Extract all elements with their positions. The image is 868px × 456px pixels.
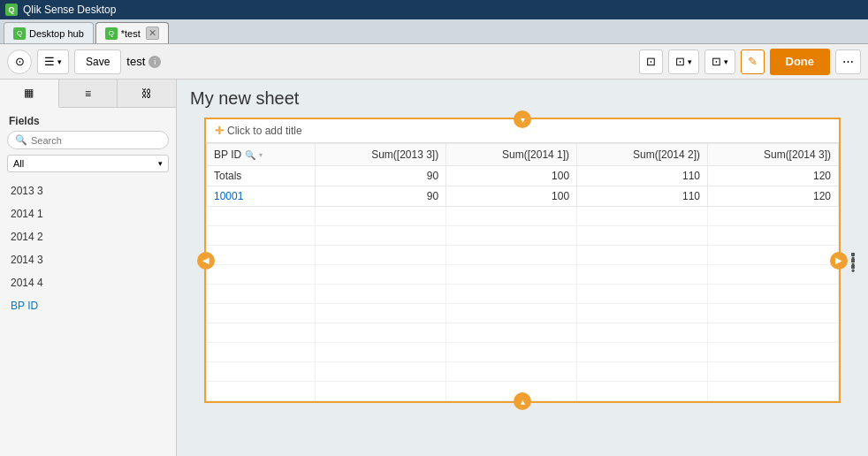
table-row-1: 10001 90 100 110 120 [207,186,839,207]
row1-bpid: 10001 [207,186,316,207]
sidebar-tab-links[interactable]: ⛓ [118,80,176,107]
menu-icon: ☰ [44,55,55,68]
tab-hub-icon: Q [13,27,26,40]
resize-handle-left[interactable]: ◀ [197,252,215,270]
row1-sum2014-3: 120 [708,186,839,207]
dot1: • [851,253,855,256]
widget-container: ▾ ✛ Click to add title ◀ ▶ BP ID [204,118,841,403]
filter-icon-bpid: ▾ [259,151,263,159]
screenshot-icon: ⊡ [646,55,656,68]
add-title-label: Click to add title [227,125,302,137]
bookmark-button[interactable]: ⊡ ▾ [704,49,735,74]
sidebar-tab-sheets[interactable]: ≡ [59,80,118,107]
table-row-empty [207,207,839,226]
monitor-icon: ⊡ [675,55,685,68]
col-header-sum2014-1[interactable]: Sum([2014 1]) [446,144,577,166]
dot2: • [851,259,855,262]
table-row-empty [207,265,839,285]
back-icon: ⊙ [15,55,25,68]
more-icon: ⋯ [842,55,854,68]
menu-chevron: ▾ [57,57,62,66]
tab-bar: Q Desktop hub Q *test ✕ [0,19,868,44]
col-header-sum2014-2[interactable]: Sum([2014 2]) [577,144,708,166]
title-bar: Q Qlik Sense Desktop [0,0,868,19]
screenshot-button[interactable]: ⊡ [639,49,663,74]
dot3: • [851,265,855,269]
sheets-icon: ≡ [85,87,91,100]
table-row-totals: Totals 90 100 110 120 [207,166,839,186]
title-bar-text: Qlik Sense Desktop [23,4,116,16]
search-icon: 🔍 [15,134,27,146]
table-row-empty [207,323,839,343]
monitor-chevron: ▾ [688,57,692,66]
totals-sum2013-3: 90 [316,166,446,186]
app-title-area: test i [126,55,161,68]
sort-icon-bpid: 🔍 [245,150,255,160]
tab-test[interactable]: Q *test ✕ [95,22,169,43]
col-header-sum2014-3[interactable]: Sum([2014 3]) [708,144,839,166]
monitor-button[interactable]: ⊡ ▾ [668,49,699,74]
totals-sum2014-3: 120 [708,166,839,186]
field-item-2014-4[interactable]: 2014 4 [0,271,176,294]
search-box: 🔍 [7,131,169,149]
bookmark-chevron: ▾ [724,57,728,66]
filter-value: All [13,158,24,169]
info-icon: i [148,56,161,68]
save-button[interactable]: Save [74,49,121,74]
filter-dropdown[interactable]: All ▾ [7,155,169,172]
tab-hub-label: Desktop hub [29,28,84,39]
app-title-text: test [126,55,145,68]
field-item-2013-3[interactable]: 2013 3 [0,179,176,202]
bookmark-icon: ⊡ [712,55,721,68]
row1-sum2013-3: 90 [316,186,446,207]
edit-button[interactable]: ✎ [741,49,765,74]
totals-sum2014-1: 100 [446,166,577,186]
field-item-bp-id[interactable]: BP ID [0,294,176,317]
filter-chevron: ▾ [158,159,163,168]
field-item-2014-2[interactable]: 2014 2 [0,225,176,248]
resize-handle-bottom[interactable]: ▴ [514,392,531,410]
charts-icon: ▦ [24,87,34,99]
data-table: BP ID 🔍 ▾ Sum([2013 3]) Sum([2014 1]) [206,143,839,401]
sidebar: ▦ ≡ ⛓ Fields 🔍 All ▾ 2013 3 2014 1 2014 … [0,80,177,456]
col-header-bpid[interactable]: BP ID 🔍 ▾ [207,144,316,166]
table-row-empty [207,304,839,323]
field-item-2014-3[interactable]: 2014 3 [0,248,176,271]
table-row-empty [207,285,839,304]
tab-test-icon: Q [105,27,118,40]
done-button[interactable]: Done [770,49,831,75]
sidebar-tab-charts[interactable]: ▦ [0,80,59,108]
sidebar-tabs: ▦ ≡ ⛓ [0,80,176,108]
toolbar: ⊙ ☰ ▾ Save test i ⊡ ⊡ ▾ ⊡ ▾ ✎ Done ⋯ [0,44,868,80]
col-header-sum2013-3[interactable]: Sum([2013 3]) [316,144,446,166]
toolbar-right: ⊡ ⊡ ▾ ⊡ ▾ ✎ Done ⋯ [639,49,862,75]
row1-sum2014-2: 110 [577,186,708,207]
table-row-empty [207,343,839,362]
tab-hub[interactable]: Q Desktop hub [4,22,94,43]
table-row-empty [207,362,839,382]
main-layout: ▦ ≡ ⛓ Fields 🔍 All ▾ 2013 3 2014 1 2014 … [0,80,868,456]
add-title-button[interactable]: ✛ Click to add title [215,125,302,137]
totals-sum2014-2: 110 [577,166,708,186]
table-row-empty [207,246,839,265]
side-dots[interactable]: • • • [851,253,855,269]
tab-test-close[interactable]: ✕ [146,27,159,40]
links-icon: ⛓ [141,87,152,100]
tab-test-label: *test [121,28,141,39]
row1-sum2014-1: 100 [446,186,577,207]
field-item-2014-1[interactable]: 2014 1 [0,202,176,225]
app-icon: Q [5,4,18,16]
back-button[interactable]: ⊙ [7,49,32,74]
content-area: My new sheet ▾ ✛ Click to add title ◀ ▶ [177,80,868,456]
search-input[interactable] [31,135,161,146]
totals-bpid: Totals [207,166,316,186]
sheet-title: My new sheet [186,88,859,109]
edit-icon: ✎ [748,55,758,68]
resize-handle-right[interactable]: ▶ [830,252,848,270]
table-row-empty [207,226,839,246]
resize-handle-top[interactable]: ▾ [514,110,531,128]
field-list: 2013 3 2014 1 2014 2 2014 3 2014 4 BP ID [0,179,176,456]
menu-button[interactable]: ☰ ▾ [37,49,69,74]
fields-title: Fields [0,108,176,131]
more-button[interactable]: ⋯ [835,49,861,74]
